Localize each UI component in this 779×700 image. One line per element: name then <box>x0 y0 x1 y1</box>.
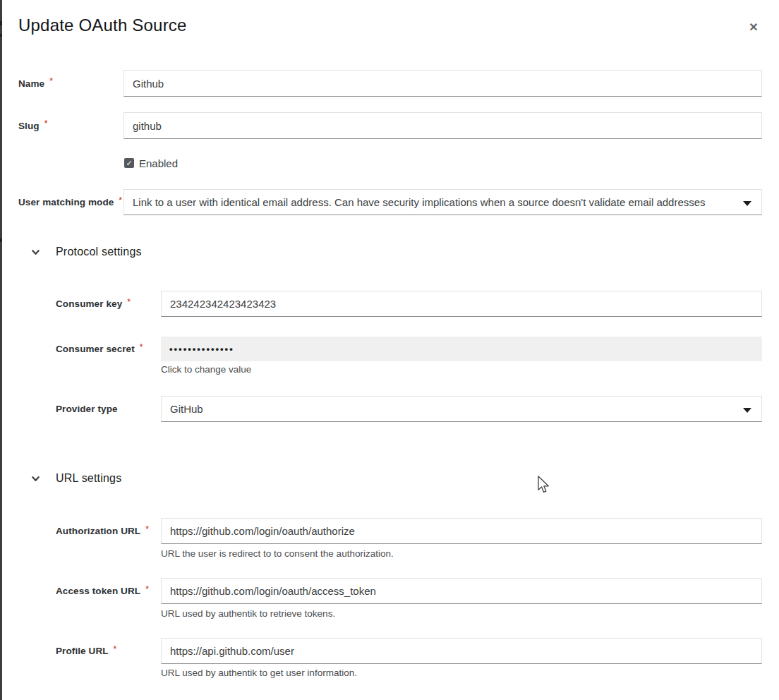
authorization-url-input[interactable] <box>161 518 762 544</box>
consumer-secret-helper: Click to change value <box>161 364 251 375</box>
required-asterisk: * <box>145 524 149 534</box>
access-token-url-helper: URL used by authentik to retrieve tokens… <box>161 608 335 619</box>
caret-down-icon <box>743 201 751 206</box>
consumer-key-label: Consumer key * <box>56 291 131 317</box>
required-asterisk: * <box>49 76 53 86</box>
chevron-down-icon <box>31 248 40 257</box>
user-matching-mode-value: Link to a user with identical email addr… <box>133 196 706 208</box>
url-settings-section-toggle[interactable]: URL settings <box>31 471 121 486</box>
protocol-settings-section-toggle[interactable]: Protocol settings <box>31 244 142 260</box>
required-asterisk: * <box>119 195 122 205</box>
enabled-checkbox-row: ✓ Enabled <box>124 157 178 169</box>
profile-url-input[interactable] <box>161 638 762 664</box>
section-title: Protocol settings <box>56 246 142 258</box>
name-label: Name * <box>18 70 53 97</box>
enabled-label: Enabled <box>139 157 178 169</box>
required-asterisk: * <box>44 119 48 128</box>
masked-value: •••••••••••••• <box>169 344 234 354</box>
enabled-checkbox[interactable]: ✓ <box>124 158 134 168</box>
consumer-key-input[interactable] <box>161 291 762 317</box>
background-edge-notch <box>0 34 2 37</box>
provider-type-value: GitHub <box>170 403 203 415</box>
profile-url-label: Profile URL * <box>56 638 116 664</box>
chevron-down-icon <box>31 474 40 483</box>
background-edge-notch <box>0 239 2 242</box>
checkmark-icon: ✓ <box>126 158 132 168</box>
slug-label: Slug * <box>18 112 47 139</box>
name-input[interactable] <box>123 70 762 97</box>
provider-type-select[interactable]: GitHub <box>161 396 762 422</box>
access-token-url-input[interactable] <box>161 578 762 604</box>
caret-down-icon <box>743 408 751 413</box>
consumer-secret-masked-input[interactable]: •••••••••••••• <box>161 337 762 361</box>
required-asterisk: * <box>145 584 149 594</box>
access-token-url-label: Access token URL * <box>56 578 149 604</box>
user-matching-mode-select[interactable]: Link to a user with identical email addr… <box>123 189 762 215</box>
required-asterisk: * <box>127 297 131 307</box>
slug-input[interactable] <box>123 112 762 139</box>
mouse-cursor <box>537 476 550 495</box>
section-title: URL settings <box>56 472 121 485</box>
required-asterisk: * <box>114 644 117 654</box>
update-oauth-source-modal: Update OAuth Source ✕ Name * Slug * ✓ En… <box>0 0 779 700</box>
required-asterisk: * <box>140 342 143 352</box>
consumer-secret-label: Consumer secret * <box>56 337 143 361</box>
close-icon[interactable]: ✕ <box>745 19 762 36</box>
authorization-url-helper: URL the user is redirect to to consent t… <box>161 548 394 559</box>
provider-type-label: Provider type <box>56 396 118 422</box>
profile-url-helper: URL used by authentik to get user inform… <box>161 668 357 678</box>
background-edge-notch <box>0 21 2 25</box>
background-page-edge <box>0 0 2 700</box>
page-title: Update OAuth Source <box>18 16 187 35</box>
user-matching-mode-label: User matching mode * <box>18 189 122 215</box>
authorization-url-label: Authorization URL * <box>56 518 149 544</box>
